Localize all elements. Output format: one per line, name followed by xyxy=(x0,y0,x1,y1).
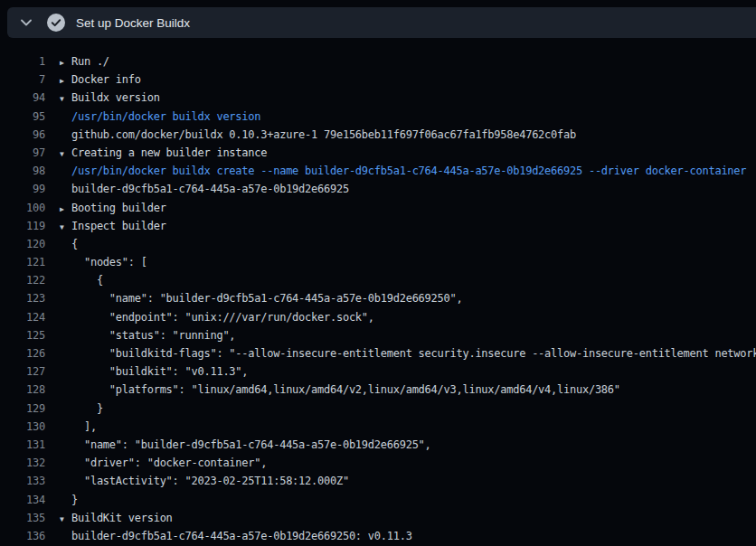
line-number[interactable]: 124 xyxy=(0,308,45,326)
log-line: 95/usr/bin/docker buildx version xyxy=(0,108,756,126)
command-text: /usr/bin/docker buildx create --name bui… xyxy=(71,162,746,180)
line-number[interactable]: 119 xyxy=(0,217,45,235)
group-title: Booting builder xyxy=(71,199,166,217)
output-text: "driver": "docker-container", xyxy=(71,454,267,472)
line-number[interactable]: 127 xyxy=(0,362,45,381)
log-line: 98/usr/bin/docker buildx create --name b… xyxy=(0,162,756,180)
log-group-line[interactable]: 119▼Inspect builder xyxy=(0,217,756,235)
line-number[interactable]: 128 xyxy=(0,381,45,399)
log-line: 133 "lastActivity": "2023-02-25T11:58:12… xyxy=(0,472,756,490)
line-number[interactable]: 100 xyxy=(0,199,45,217)
log-line: 125 "status": "running", xyxy=(0,326,756,344)
line-number[interactable]: 95 xyxy=(0,108,45,126)
log-line: 123 "name": "builder-d9cfb5a1-c764-445a-… xyxy=(0,289,756,307)
line-number[interactable]: 94 xyxy=(0,89,45,107)
group-title: Inspect builder xyxy=(71,217,166,235)
log-line: 129 } xyxy=(0,400,756,418)
line-number[interactable]: 134 xyxy=(0,491,45,509)
triangle-expanded-icon: ▼ xyxy=(60,90,71,107)
log-line: 134} xyxy=(0,491,756,509)
line-number[interactable]: 98 xyxy=(0,162,45,180)
line-number[interactable]: 136 xyxy=(0,527,45,545)
line-number[interactable]: 133 xyxy=(0,472,45,490)
log-line: 124 "endpoint": "unix:///var/run/docker.… xyxy=(0,308,756,326)
log-line: 136builder-d9cfb5a1-c764-445a-a57e-0b19d… xyxy=(0,527,756,545)
log-group-line[interactable]: 135▼BuildKit version xyxy=(0,509,756,527)
output-text: "name": "builder-d9cfb5a1-c764-445a-a57e… xyxy=(71,436,431,454)
log-line: 120{ xyxy=(0,235,756,253)
log-line: 122 { xyxy=(0,271,756,289)
log-line: 130 ], xyxy=(0,418,756,436)
log-line: 132 "driver": "docker-container", xyxy=(0,454,756,472)
log-group-line[interactable]: 7▶Docker info xyxy=(0,71,756,89)
line-number[interactable]: 130 xyxy=(0,418,45,436)
step-title: Set up Docker Buildx xyxy=(76,16,190,30)
log-line: 96github.com/docker/buildx 0.10.3+azure-… xyxy=(0,126,756,144)
output-text: } xyxy=(71,491,78,509)
chevron-down-icon[interactable] xyxy=(20,16,33,29)
output-text: builder-d9cfb5a1-c764-445a-a57e-0b19d2e6… xyxy=(71,180,349,198)
check-circle-icon xyxy=(47,14,65,32)
log-group-line[interactable]: 97▼Creating a new builder instance xyxy=(0,144,756,162)
output-text: "platforms": "linux/amd64,linux/amd64/v2… xyxy=(71,381,620,399)
output-text: builder-d9cfb5a1-c764-445a-a57e-0b19d2e6… xyxy=(71,527,412,545)
log-line: 99builder-d9cfb5a1-c764-445a-a57e-0b19d2… xyxy=(0,180,756,198)
log-group-line[interactable]: 1▶Run ./ xyxy=(0,52,756,71)
triangle-collapsed-icon: ▶ xyxy=(60,72,71,89)
triangle-collapsed-icon: ▶ xyxy=(60,54,71,71)
triangle-expanded-icon: ▼ xyxy=(60,511,71,527)
triangle-collapsed-icon: ▶ xyxy=(60,201,71,217)
output-text: { xyxy=(71,271,103,289)
group-title: Docker info xyxy=(71,71,141,89)
output-text: "endpoint": "unix:///var/run/docker.sock… xyxy=(71,308,374,326)
output-text: "buildkit": "v0.11.3", xyxy=(71,362,248,381)
output-text: "lastActivity": "2023-02-25T11:58:12.000… xyxy=(71,472,349,490)
line-number[interactable]: 7 xyxy=(0,71,45,89)
line-number[interactable]: 126 xyxy=(0,344,45,362)
log-line: 126 "buildkitd-flags": "--allow-insecure… xyxy=(0,344,756,362)
output-text: github.com/docker/buildx 0.10.3+azure-1 … xyxy=(71,126,576,144)
log-line: 131 "name": "builder-d9cfb5a1-c764-445a-… xyxy=(0,436,756,454)
group-title: BuildKit version xyxy=(71,509,173,527)
triangle-expanded-icon: ▼ xyxy=(60,219,71,235)
output-text: } xyxy=(71,400,103,418)
line-number[interactable]: 97 xyxy=(0,144,45,162)
line-number[interactable]: 96 xyxy=(0,126,45,144)
triangle-expanded-icon: ▼ xyxy=(60,146,71,162)
group-title: Buildx version xyxy=(71,89,160,107)
line-number[interactable]: 129 xyxy=(0,400,45,418)
line-number[interactable]: 135 xyxy=(0,509,45,527)
group-title: Creating a new builder instance xyxy=(71,144,267,162)
line-number[interactable]: 123 xyxy=(0,289,45,307)
line-number[interactable]: 99 xyxy=(0,180,45,198)
line-number[interactable]: 131 xyxy=(0,436,45,454)
log-lines: 1▶Run ./7▶Docker info94▼Buildx version95… xyxy=(0,38,756,545)
step-header[interactable]: Set up Docker Buildx xyxy=(7,7,756,38)
log-group-line[interactable]: 94▼Buildx version xyxy=(0,89,756,107)
line-number[interactable]: 122 xyxy=(0,271,45,289)
log-group-line[interactable]: 100▶Booting builder xyxy=(0,199,756,217)
command-text: /usr/bin/docker buildx version xyxy=(71,108,260,126)
output-text: { xyxy=(71,235,78,253)
output-text: "status": "running", xyxy=(71,326,235,344)
output-text: ], xyxy=(71,418,97,436)
log-line: 121 "nodes": [ xyxy=(0,253,756,271)
log-line: 128 "platforms": "linux/amd64,linux/amd6… xyxy=(0,381,756,399)
group-title: Run ./ xyxy=(71,52,109,71)
line-number[interactable]: 120 xyxy=(0,235,45,253)
output-text: "name": "builder-d9cfb5a1-c764-445a-a57e… xyxy=(71,289,462,307)
output-text: "buildkitd-flags": "--allow-insecure-ent… xyxy=(71,344,756,362)
output-text: "nodes": [ xyxy=(71,253,147,271)
line-number[interactable]: 121 xyxy=(0,253,45,271)
line-number[interactable]: 132 xyxy=(0,454,45,472)
log-line: 127 "buildkit": "v0.11.3", xyxy=(0,362,756,381)
line-number[interactable]: 1 xyxy=(0,52,45,71)
line-number[interactable]: 125 xyxy=(0,326,45,344)
